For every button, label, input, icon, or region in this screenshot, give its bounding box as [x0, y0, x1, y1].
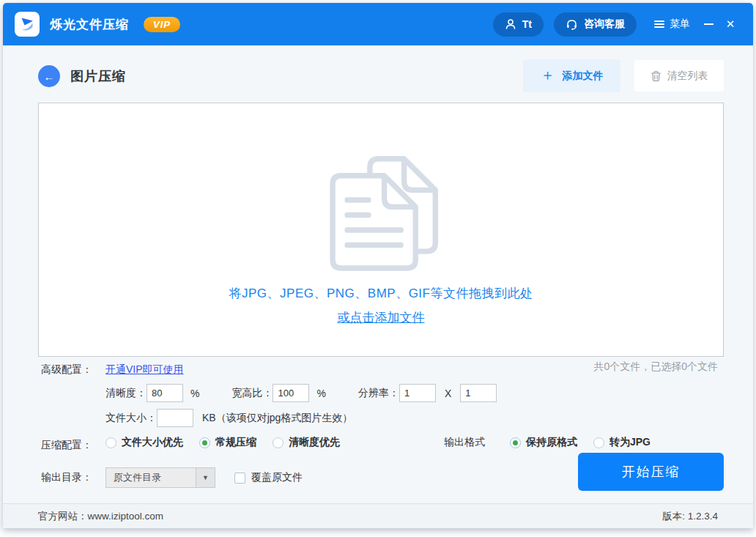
start-compress-button[interactable]: 开始压缩 — [578, 453, 724, 491]
dropzone-hint-text: 将JPG、JPEG、PNG、BMP、GIF等文件拖拽到此处 — [229, 285, 533, 302]
advanced-inputs-row: 清晰度： % 宽高比： % 分辨率： X — [105, 384, 497, 402]
hamburger-icon — [654, 21, 664, 28]
filesize-label: 文件大小： — [105, 412, 157, 425]
version-text: 版本: 1.2.3.4 — [662, 510, 718, 523]
checkbox — [234, 473, 245, 484]
file-count-status: 共0个文件，已选择0个文件 — [593, 360, 718, 374]
radio-circle-selected — [510, 437, 521, 448]
clear-list-label: 清空列表 — [667, 70, 708, 83]
titlebar: 烁光文件压缩 VIP Tt 咨询客服 菜单 ✕ — [3, 3, 753, 45]
close-icon: ✕ — [726, 18, 735, 31]
output-dir-label: 输出目录： — [41, 471, 92, 484]
trash-icon — [651, 70, 662, 82]
resolution-width-input[interactable] — [399, 384, 436, 402]
user-icon — [505, 18, 516, 30]
app-title: 烁光文件压缩 — [50, 16, 129, 33]
overwrite-label: 覆盖原文件 — [251, 471, 303, 484]
back-button[interactable]: ← — [38, 65, 60, 87]
dropzone-add-link[interactable]: 或点击添加文件 — [338, 309, 425, 326]
headset-icon — [566, 18, 578, 31]
radio-label: 常规压缩 — [215, 436, 256, 449]
radio-circle-selected — [199, 437, 210, 448]
back-arrow-icon: ← — [44, 70, 55, 83]
app-screen: 烁光文件压缩 VIP Tt 咨询客服 菜单 ✕ — [0, 0, 756, 537]
footer: 官方网站：www.iziptool.com 版本: 1.2.3.4 — [3, 503, 753, 528]
radio-file-size-priority[interactable]: 文件大小优先 — [105, 436, 183, 449]
filesize-row: 文件大小： KB（该项仅对jpg格式图片生效） — [105, 409, 352, 427]
account-button[interactable]: Tt — [493, 12, 544, 37]
aspect-label: 宽高比： — [231, 387, 273, 400]
menu-button[interactable]: 菜单 — [654, 18, 690, 31]
resolution-height-input[interactable] — [460, 384, 497, 402]
radio-label: 转为JPG — [609, 436, 651, 449]
advanced-config-label: 高级配置： — [41, 363, 92, 377]
clarity-input[interactable] — [147, 384, 183, 402]
radio-circle — [273, 437, 284, 448]
support-label: 咨询客服 — [584, 18, 625, 31]
radio-convert-jpg[interactable]: 转为JPG — [593, 436, 651, 449]
filesize-hint: KB（该项仅对jpg格式图片生效） — [202, 412, 352, 425]
menu-label: 菜单 — [670, 18, 690, 31]
overwrite-checkbox-item[interactable]: 覆盖原文件 — [234, 471, 303, 484]
clear-list-button[interactable]: 清空列表 — [634, 60, 724, 92]
documents-icon — [306, 141, 456, 275]
radio-circle — [105, 437, 116, 448]
close-button[interactable]: ✕ — [719, 13, 741, 35]
aspect-ratio-input[interactable] — [273, 384, 309, 402]
plus-icon: ＋ — [541, 65, 555, 85]
radio-clarity-priority[interactable]: 清晰度优先 — [273, 436, 340, 449]
account-label: Tt — [522, 18, 532, 30]
main-panel: ← 图片压缩 ＋ 添加文件 清空列表 — [3, 45, 753, 503]
official-website-text: 官方网站：www.iziptool.com — [38, 510, 163, 523]
output-dir-value: 原文件目录 — [106, 471, 196, 484]
radio-keep-format[interactable]: 保持原格式 — [510, 436, 577, 449]
support-button[interactable]: 咨询客服 — [554, 12, 637, 37]
chevron-down-icon: ▼ — [196, 468, 215, 487]
radio-label: 清晰度优先 — [289, 436, 340, 449]
clarity-unit: % — [190, 388, 199, 399]
radio-circle — [593, 437, 604, 448]
compress-mode-label: 压缩配置： — [41, 439, 92, 452]
file-dropzone[interactable]: 将JPG、JPEG、PNG、BMP、GIF等文件拖拽到此处 或点击添加文件 — [38, 103, 724, 357]
resolution-label: 分辨率： — [358, 387, 399, 400]
output-dir-select[interactable]: 原文件目录 ▼ — [105, 467, 215, 488]
page-title: 图片压缩 — [70, 67, 126, 85]
add-files-button[interactable]: ＋ 添加文件 — [523, 59, 620, 92]
app-logo-icon — [15, 12, 40, 37]
clarity-label: 清晰度： — [105, 387, 147, 400]
vip-upgrade-link[interactable]: 开通VIP即可使用 — [105, 363, 184, 377]
radio-label: 文件大小优先 — [122, 436, 183, 449]
compress-mode-row: 文件大小优先 常规压缩 清晰度优先 输出格式 保持原格式 转为JPG — [105, 436, 667, 449]
app-window: 烁光文件压缩 VIP Tt 咨询客服 菜单 ✕ — [3, 3, 753, 528]
aspect-unit: % — [316, 388, 325, 399]
vip-badge[interactable]: VIP — [144, 17, 180, 32]
minimize-button[interactable] — [697, 13, 719, 35]
output-format-label: 输出格式 — [444, 436, 485, 449]
output-dir-row: 原文件目录 ▼ 覆盖原文件 — [105, 467, 303, 488]
resolution-separator: X — [445, 388, 451, 399]
add-files-label: 添加文件 — [563, 70, 604, 83]
radio-label: 保持原格式 — [526, 436, 577, 449]
filesize-input[interactable] — [157, 409, 193, 427]
minimize-icon — [704, 23, 714, 25]
radio-normal-compress[interactable]: 常规压缩 — [199, 436, 256, 449]
